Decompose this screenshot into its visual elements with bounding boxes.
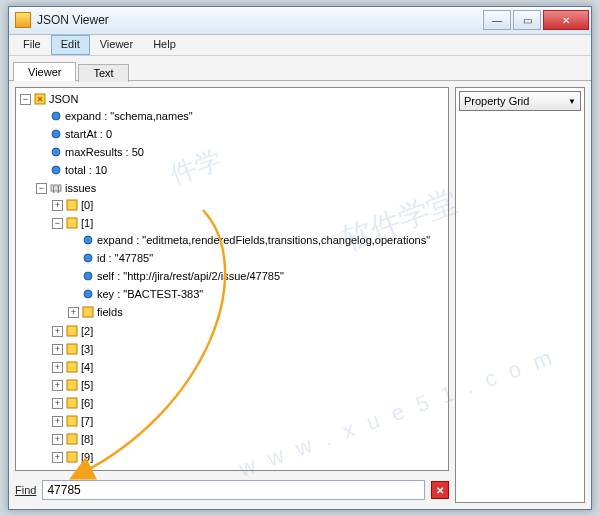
svg-rect-7: [67, 200, 77, 210]
menubar: File Edit Viewer Help: [9, 35, 591, 57]
window-title: JSON Viewer: [37, 13, 481, 27]
tree-node-startat[interactable]: startAt : 0: [36, 126, 446, 142]
node-label: issues: [65, 180, 96, 196]
tree-node-idx2[interactable]: +[2]: [52, 323, 446, 339]
value-icon: [81, 287, 95, 301]
find-bar: Find ✕: [15, 477, 449, 503]
svg-rect-17: [67, 380, 77, 390]
menu-viewer[interactable]: Viewer: [90, 35, 143, 56]
svg-rect-14: [67, 326, 77, 336]
tree-node-idx1-fields[interactable]: +fields: [68, 304, 446, 320]
maximize-button[interactable]: ▭: [513, 10, 541, 30]
property-grid-header[interactable]: Property Grid ▼: [459, 91, 581, 111]
object-icon: [81, 305, 95, 319]
tree-node-idx6[interactable]: +[6]: [52, 395, 446, 411]
value-icon: [81, 233, 95, 247]
find-close-button[interactable]: ✕: [431, 481, 449, 499]
close-button[interactable]: ✕: [543, 10, 589, 30]
node-label: fields: [97, 304, 123, 320]
value-icon: [49, 145, 63, 159]
tree-view[interactable]: − JSON expand : "schema,names" startAt :…: [15, 87, 449, 471]
collapse-icon[interactable]: −: [36, 183, 47, 194]
object-icon: [65, 342, 79, 356]
object-icon: [65, 360, 79, 374]
object-icon: [65, 216, 79, 230]
tree-node-idx1-key[interactable]: key : "BACTEST-383": [68, 286, 446, 302]
svg-rect-18: [67, 398, 77, 408]
minimize-button[interactable]: —: [483, 10, 511, 30]
node-label: expand : "schema,names": [65, 108, 193, 124]
tree-node-root[interactable]: − JSON: [20, 91, 446, 107]
svg-rect-19: [67, 416, 77, 426]
tree-node-idx8[interactable]: +[8]: [52, 431, 446, 447]
expand-icon[interactable]: +: [52, 434, 63, 445]
svg-point-11: [84, 272, 92, 280]
value-icon: [49, 109, 63, 123]
svg-rect-16: [67, 362, 77, 372]
node-label: [9]: [81, 449, 93, 465]
expand-icon[interactable]: +: [52, 452, 63, 463]
expand-icon[interactable]: +: [52, 416, 63, 427]
menu-edit[interactable]: Edit: [51, 35, 90, 56]
node-label: expand : "editmeta,renderedFields,transi…: [97, 232, 430, 248]
expand-icon[interactable]: +: [68, 307, 79, 318]
tree-node-expand[interactable]: expand : "schema,names": [36, 108, 446, 124]
svg-point-9: [84, 236, 92, 244]
svg-point-10: [84, 254, 92, 262]
node-label: [7]: [81, 413, 93, 429]
tree-node-idx9[interactable]: +[9]: [52, 449, 446, 465]
node-label: startAt : 0: [65, 126, 112, 142]
value-icon: [49, 127, 63, 141]
chevron-down-icon: ▼: [568, 97, 576, 106]
collapse-icon[interactable]: −: [52, 218, 63, 229]
tree-node-idx1-expand[interactable]: expand : "editmeta,renderedFields,transi…: [68, 232, 446, 248]
expand-icon[interactable]: +: [52, 380, 63, 391]
app-icon: [15, 12, 31, 28]
tree-node-idx0[interactable]: +[0]: [52, 197, 446, 213]
svg-rect-8: [67, 218, 77, 228]
object-icon: [65, 198, 79, 212]
property-grid[interactable]: Property Grid ▼: [455, 87, 585, 503]
node-label: [2]: [81, 323, 93, 339]
node-label: total : 10: [65, 162, 107, 178]
svg-point-3: [52, 148, 60, 156]
tree-node-idx3[interactable]: +[3]: [52, 341, 446, 357]
array-icon: [ ]: [49, 181, 63, 195]
tab-text[interactable]: Text: [78, 64, 128, 82]
expand-icon[interactable]: +: [52, 344, 63, 355]
node-label: [5]: [81, 377, 93, 393]
object-icon: [65, 324, 79, 338]
svg-text:[ ]: [ ]: [53, 184, 60, 193]
tree-node-idx5[interactable]: +[5]: [52, 377, 446, 393]
find-label: Find: [15, 484, 36, 496]
svg-rect-20: [67, 434, 77, 444]
tree-node-idx7[interactable]: +[7]: [52, 413, 446, 429]
menu-file[interactable]: File: [13, 35, 51, 56]
tree-node-idx1-self[interactable]: self : "http://jira/rest/api/2/issue/477…: [68, 268, 446, 284]
svg-point-4: [52, 166, 60, 174]
tree-node-idx1-id[interactable]: id : "47785": [68, 250, 446, 266]
menu-help[interactable]: Help: [143, 35, 186, 56]
collapse-icon[interactable]: −: [20, 94, 31, 105]
node-label: [8]: [81, 431, 93, 447]
expand-icon[interactable]: +: [52, 398, 63, 409]
tree-node-maxresults[interactable]: maxResults : 50: [36, 144, 446, 160]
tabstrip: Viewer Text: [9, 56, 591, 80]
node-label: key : "BACTEST-383": [97, 286, 203, 302]
tree-node-total[interactable]: total : 10: [36, 162, 446, 178]
expand-icon[interactable]: +: [52, 200, 63, 211]
tab-viewer[interactable]: Viewer: [13, 62, 76, 81]
node-label: [4]: [81, 359, 93, 375]
tree-node-idx4[interactable]: +[4]: [52, 359, 446, 375]
expand-icon[interactable]: +: [52, 362, 63, 373]
svg-point-12: [84, 290, 92, 298]
tree-node-issues[interactable]: −[ ]issues: [36, 180, 446, 196]
svg-rect-13: [83, 307, 93, 317]
find-input[interactable]: [42, 480, 425, 500]
svg-rect-21: [67, 452, 77, 462]
object-icon: [65, 432, 79, 446]
node-label: [3]: [81, 341, 93, 357]
tree-node-idx1[interactable]: −[1]: [52, 215, 446, 231]
property-grid-title: Property Grid: [464, 95, 529, 107]
expand-icon[interactable]: +: [52, 326, 63, 337]
